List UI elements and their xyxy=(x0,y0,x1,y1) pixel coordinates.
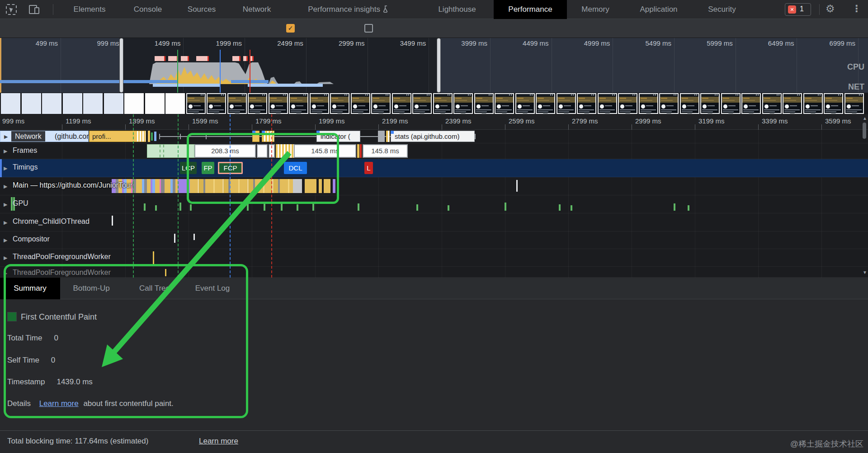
filmstrip-frame[interactable] xyxy=(289,93,308,114)
frame-duration-box[interactable] xyxy=(269,144,275,158)
overview-window-handle[interactable] xyxy=(437,38,441,93)
expand-triangle-icon[interactable]: ▶ xyxy=(4,237,7,243)
memory-checkbox[interactable] xyxy=(364,24,373,33)
filmstrip-frame[interactable] xyxy=(557,93,576,114)
main-flame-segment[interactable] xyxy=(333,179,335,193)
timing-badge-lcp[interactable]: LCP xyxy=(180,162,197,174)
tab-security[interactable]: Security xyxy=(703,0,741,19)
filmstrip-frame[interactable] xyxy=(433,93,453,114)
error-count-badge[interactable]: ✕ 1 xyxy=(785,3,811,16)
tab-performance[interactable]: Performance xyxy=(494,0,567,19)
filmstrip-frame[interactable] xyxy=(83,93,103,114)
timing-badge-l[interactable]: L xyxy=(364,162,373,174)
filmstrip-frame[interactable] xyxy=(536,93,555,114)
expand-triangle-icon[interactable]: ▶ xyxy=(4,148,7,154)
filmstrip-frame[interactable] xyxy=(474,93,494,114)
filmstrip-frame[interactable] xyxy=(639,93,658,114)
filmstrip-frame[interactable] xyxy=(63,93,82,114)
vertical-scrollbar[interactable]: ▲ ▼ xyxy=(861,114,868,278)
device-toolbar-icon[interactable] xyxy=(29,4,41,15)
timeline-overview[interactable]: 499 ms999 ms1499 ms1999 ms2499 ms2999 ms… xyxy=(0,38,868,93)
tbt-learn-more-link[interactable]: Learn more xyxy=(199,437,238,446)
settings-gear-icon[interactable]: ⚙ xyxy=(826,4,835,14)
network-bar-small[interactable] xyxy=(262,131,274,142)
filmstrip-frame[interactable] xyxy=(392,93,411,114)
detail-time-ruler[interactable]: 999 ms1199 ms1399 ms1599 ms1799 ms1999 m… xyxy=(0,114,868,130)
filmstrip-frame[interactable] xyxy=(783,93,802,114)
track-chrome-childiothread[interactable]: ▶ Chrome_ChildIOThread xyxy=(0,213,868,231)
filmstrip-frame[interactable] xyxy=(186,93,206,114)
filmstrip-frame[interactable] xyxy=(741,93,761,114)
learn-more-link[interactable]: Learn more xyxy=(39,399,79,408)
timing-badge-dcl[interactable]: DCL xyxy=(284,162,307,174)
track-gpu[interactable]: ▶ GPU xyxy=(0,195,868,213)
tab-network[interactable]: Network xyxy=(239,0,274,19)
track-network[interactable]: ▶ Network (github.com) profi... indicato… xyxy=(0,130,868,143)
track-threadpoolforegroundworker[interactable]: ▶ ThreadPoolForegroundWorker xyxy=(0,249,868,267)
network-bar-small[interactable] xyxy=(252,131,259,142)
main-flame-segment[interactable] xyxy=(293,179,302,193)
frame-duration-box[interactable]: 145.8 ms xyxy=(363,144,408,158)
expand-triangle-icon[interactable]: ▶ xyxy=(4,220,7,226)
track-frames[interactable]: ▶ Frames 208.3 ms145.8 ms145.8 ms xyxy=(0,143,868,159)
filmstrip-frame[interactable] xyxy=(42,93,61,114)
filmstrip-frame[interactable] xyxy=(577,93,596,114)
kebab-menu-icon[interactable]: ⋮ xyxy=(852,4,861,13)
filmstrip-frame[interactable] xyxy=(618,93,637,114)
filmstrip-frame[interactable] xyxy=(22,93,41,114)
frame-duration-box[interactable] xyxy=(257,144,268,158)
overview-window-handle[interactable] xyxy=(119,38,123,93)
track-main[interactable]: ▶ Main — https://github.com/JuniorTour xyxy=(0,177,868,195)
filmstrip-frame[interactable] xyxy=(165,93,185,114)
filmstrip-frame[interactable] xyxy=(680,93,699,114)
tab-event-log[interactable]: Event Log xyxy=(185,278,240,299)
filmstrip-frame[interactable] xyxy=(330,93,349,114)
filmstrip-frame[interactable] xyxy=(453,93,473,114)
tab-lighthouse[interactable]: Lighthouse xyxy=(430,0,484,19)
main-flame-segment[interactable] xyxy=(324,179,330,193)
filmstrip-frame[interactable] xyxy=(803,93,823,114)
tab-application[interactable]: Application xyxy=(631,0,686,19)
filmstrip-frame[interactable] xyxy=(598,93,617,114)
inspect-icon[interactable] xyxy=(6,4,17,15)
expand-triangle-icon[interactable]: ▶ xyxy=(4,255,7,261)
screenshots-checkbox[interactable]: ✓ xyxy=(286,24,295,33)
filmstrip-frame[interactable] xyxy=(1,93,20,114)
network-request-bar-stats[interactable]: stats (api.github.com) xyxy=(391,131,475,142)
filmstrip-frame[interactable] xyxy=(227,93,247,114)
timing-badge-fcp[interactable]: FCP xyxy=(218,162,243,174)
network-request-bar-indicator[interactable]: indicator ( xyxy=(316,131,360,142)
tab-bottom-up[interactable]: Bottom-Up xyxy=(63,278,119,299)
frame-duration-good[interactable] xyxy=(147,144,194,158)
filmstrip-frame[interactable] xyxy=(412,93,432,114)
tab-elements[interactable]: Elements xyxy=(69,0,110,19)
filmstrip-frame[interactable] xyxy=(104,93,123,114)
main-flame-segment[interactable] xyxy=(178,179,190,193)
track-compositor[interactable]: ▶ Compositor xyxy=(0,231,868,249)
tab-console[interactable]: Console xyxy=(130,0,166,19)
track-timings[interactable]: ▶ Timings LCPFPFCPDCLL xyxy=(0,159,868,177)
frame-duration-box[interactable]: 208.3 ms xyxy=(194,144,256,158)
expand-triangle-icon[interactable]: ▶ xyxy=(4,165,7,171)
frame-duration-box[interactable]: 145.8 ms xyxy=(294,144,356,158)
network-request-bar-profi[interactable]: profi... xyxy=(89,131,146,142)
expand-triangle-icon[interactable]: ▶ xyxy=(4,184,7,189)
main-flame-segment[interactable] xyxy=(190,179,293,193)
filmstrip-frame[interactable] xyxy=(145,93,165,114)
filmstrip-frame[interactable] xyxy=(371,93,391,114)
filmstrip-frame[interactable] xyxy=(248,93,267,114)
tab-memory[interactable]: Memory xyxy=(574,0,617,19)
expand-triangle-icon[interactable]: ▶ xyxy=(4,270,7,276)
filmstrip-frame[interactable] xyxy=(207,93,226,114)
timing-badge-fp[interactable]: FP xyxy=(202,162,214,174)
filmstrip-frame[interactable] xyxy=(762,93,782,114)
tab-summary[interactable]: Summary xyxy=(0,278,60,299)
main-flame-segment[interactable] xyxy=(319,179,322,193)
filmstrip-frame[interactable] xyxy=(269,93,288,114)
main-flame-segment[interactable] xyxy=(305,179,316,193)
filmstrip-frame[interactable] xyxy=(824,93,843,114)
filmstrip-frame[interactable] xyxy=(495,93,514,114)
network-request-bar-main[interactable]: ▶ Network (github.com) xyxy=(0,131,89,142)
filmstrip-frame[interactable] xyxy=(844,93,864,114)
filmstrip-frame[interactable] xyxy=(659,93,679,114)
